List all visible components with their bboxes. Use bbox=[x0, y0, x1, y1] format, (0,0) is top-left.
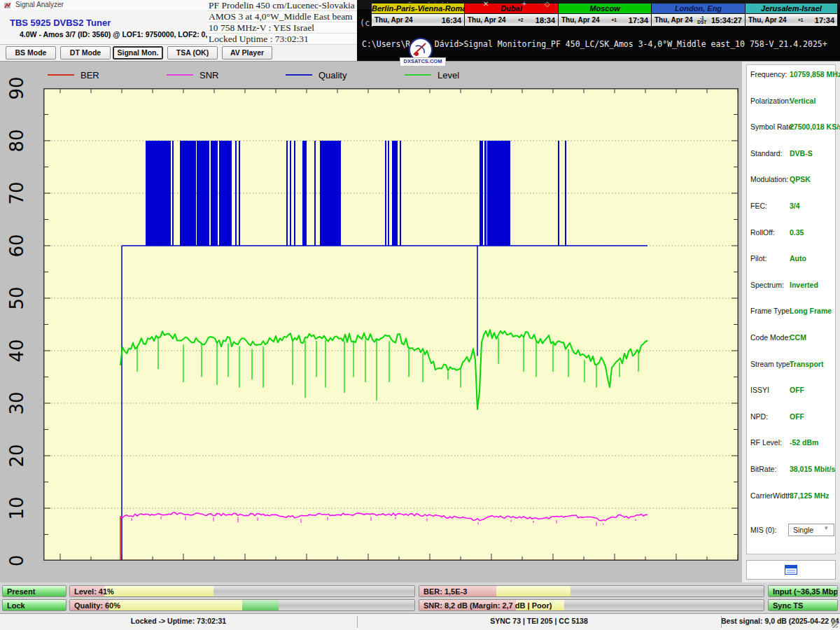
legend-swatch bbox=[167, 74, 193, 76]
logo-text: DXSATCS.COM bbox=[400, 57, 446, 66]
clock-header: London, Eng bbox=[652, 4, 745, 14]
clock-utc-offset: +2 bbox=[506, 18, 536, 22]
tab-dt-mode[interactable]: DT Mode bbox=[60, 46, 111, 59]
panel-row-value: Transport bbox=[790, 360, 823, 368]
info-line: PF Prodelin 450 cm/Lucenec-Slovakia bbox=[207, 0, 357, 11]
panel-row-label: Code Mode: bbox=[750, 333, 790, 342]
clock-utc-offset: +1 bbox=[787, 18, 815, 22]
legend-item: SNR bbox=[167, 69, 218, 80]
bar-label: Input (~36,35 Mbps) bbox=[773, 587, 838, 596]
indicator-bars: PresentLevel: 41%BER: 1,5E-3Input (~36,3… bbox=[0, 582, 840, 613]
snr-bar: SNR: 8,2 dB (Margin: 2,7 dB | Poor) bbox=[419, 599, 764, 611]
close-icon[interactable]: ✕ bbox=[483, 0, 489, 8]
bar-label: Present bbox=[7, 587, 35, 596]
status-segment: SYNC 73 | TEI 205 | CC 5138 bbox=[357, 617, 721, 625]
bar-label: Lock bbox=[7, 601, 25, 610]
panel-row-value: Inverted bbox=[790, 281, 818, 289]
tuner-name: TBS 5925 DVBS2 Tuner bbox=[10, 18, 111, 28]
resize-grip[interactable] bbox=[832, 622, 838, 628]
panel-row-value: Vertical bbox=[790, 97, 816, 105]
clock-date: Thu, Apr 24 bbox=[374, 16, 413, 24]
clock-time: 18:34 bbox=[536, 16, 555, 24]
legend-swatch bbox=[48, 74, 74, 76]
clock-time-row: Thu, Apr 24+218:34 bbox=[465, 14, 558, 26]
panel-row-label: Symbol Rate: bbox=[750, 122, 794, 131]
y-axis-label: 10 bbox=[6, 493, 27, 524]
panel-row-value: 3/4 bbox=[790, 202, 800, 210]
clock-panel: Jerusalem-IsraelThu, Apr 24+117:34 bbox=[745, 3, 838, 26]
tab-av-player[interactable]: AV Player bbox=[222, 46, 272, 59]
clock-date: Thu, Apr 24 bbox=[468, 16, 506, 24]
panel-row-value: QPSK bbox=[790, 175, 811, 183]
clock-time: 16:34 bbox=[442, 16, 461, 24]
y-axis-label: 50 bbox=[6, 283, 27, 314]
panel-row-label: RF Level: bbox=[750, 438, 782, 447]
clock-utc-offset: +1 bbox=[600, 18, 629, 22]
clock-time-row: Thu, Apr 24+117:34 bbox=[559, 14, 651, 26]
save-snapshot-button[interactable] bbox=[746, 560, 836, 580]
clock-panel: London, EngThu, Apr 24-1DST15:34:27 bbox=[651, 3, 746, 26]
tab-signal-mon-[interactable]: Signal Mon. bbox=[113, 46, 163, 59]
y-axis-label: 0 bbox=[6, 545, 27, 576]
panel-row-value: DVB-S bbox=[790, 149, 813, 158]
status-bar: Locked -> Uptime: 73:02:31SYNC 73 | TEI … bbox=[0, 613, 840, 630]
info-line: AMOS 3 at 4,0°W_Middle East beam bbox=[207, 11, 357, 22]
y-axis-label: 30 bbox=[6, 388, 27, 419]
status-divider bbox=[357, 616, 358, 628]
plus-icon[interactable]: + bbox=[522, 0, 526, 8]
y-axis-label: 70 bbox=[6, 178, 27, 209]
app-icon bbox=[4, 1, 12, 9]
clock-header: Berlin-Paris-Vienna-Roma bbox=[372, 4, 464, 14]
legend-item: Quality bbox=[286, 69, 346, 80]
info-line: Locked Uptime : 73:02:31 bbox=[207, 34, 357, 45]
panel-row-label: CarrierWidth: bbox=[750, 491, 794, 500]
mis-label: MIS (0): bbox=[750, 526, 776, 534]
y-axis-label: 90 bbox=[6, 73, 27, 104]
input-indicator: Input (~36,35 Mbps) bbox=[768, 585, 838, 597]
panel-row-label: NPD: bbox=[750, 412, 768, 421]
panel-row-value: 10759,858 MHz bbox=[790, 70, 840, 78]
status-segment: Locked -> Uptime: 73:02:31 bbox=[0, 617, 357, 625]
y-axis-label: 20 bbox=[6, 440, 27, 471]
legend-swatch bbox=[286, 74, 312, 76]
panel-row-value: 0.35 bbox=[790, 228, 804, 237]
tab-tsa-ok-[interactable]: TSA (OK) bbox=[167, 46, 218, 59]
panel-row-label: FEC: bbox=[750, 202, 767, 210]
panel-row-value: OFF bbox=[790, 386, 804, 394]
bar-label: BER: 1,5E-3 bbox=[424, 587, 467, 596]
disk-icon bbox=[785, 565, 797, 575]
panel-row-label: Frequency: bbox=[750, 70, 788, 78]
panel-row-label: Modulation: bbox=[750, 175, 788, 183]
panel-row-value: CCM bbox=[790, 333, 806, 342]
signal-plot bbox=[43, 88, 738, 561]
panel-row-value: Long Frame bbox=[790, 307, 832, 315]
clock-time-row: Thu, Apr 2416:34 bbox=[372, 14, 464, 26]
clock-panel: Berlin-Paris-Vienna-RomaThu, Apr 2416:34 bbox=[371, 3, 465, 26]
signal-chart-panel: BERSNRQualityLevel 0102030405060708090 bbox=[0, 61, 742, 583]
ber-bar: BER: 1,5E-3 bbox=[419, 585, 764, 597]
panel-row-label: BitRate: bbox=[750, 465, 776, 473]
diamond-icon[interactable]: ◇ bbox=[545, 0, 550, 8]
present-indicator: Present bbox=[2, 585, 66, 597]
clock-time: 17:34 bbox=[815, 16, 834, 24]
quality-bar: Quality: 60% bbox=[69, 599, 415, 611]
panel-row-value: 37,125 MHz bbox=[790, 491, 830, 500]
clock-date: Thu, Apr 24 bbox=[654, 16, 693, 24]
clock-date: Thu, Apr 24 bbox=[561, 16, 600, 24]
tab-bs-mode[interactable]: BS Mode bbox=[6, 46, 56, 59]
panel-row-label: Spectrum: bbox=[750, 281, 784, 289]
clock-time-row: Thu, Apr 24+117:34 bbox=[746, 14, 837, 26]
info-line: 10 758 MHz-V : YES Israel bbox=[207, 22, 357, 34]
clock-time: 15:34:27 bbox=[711, 16, 742, 24]
clock-date: Thu, Apr 24 bbox=[748, 16, 787, 24]
y-axis-label: 40 bbox=[6, 335, 27, 366]
legend-swatch bbox=[405, 74, 431, 76]
legend-label: SNR bbox=[200, 70, 218, 80]
panel-row-value: 38,015 Mbit/s bbox=[790, 465, 835, 473]
clock-utc-offset: -1DST bbox=[693, 16, 711, 24]
panel-row-label: Pilot: bbox=[750, 254, 766, 262]
clock-header: Moscow bbox=[559, 4, 651, 14]
legend-label: Quality bbox=[318, 70, 346, 80]
panel-row-value: 27500,018 KS/s bbox=[790, 122, 840, 131]
panel-row-value: Auto bbox=[790, 254, 806, 262]
